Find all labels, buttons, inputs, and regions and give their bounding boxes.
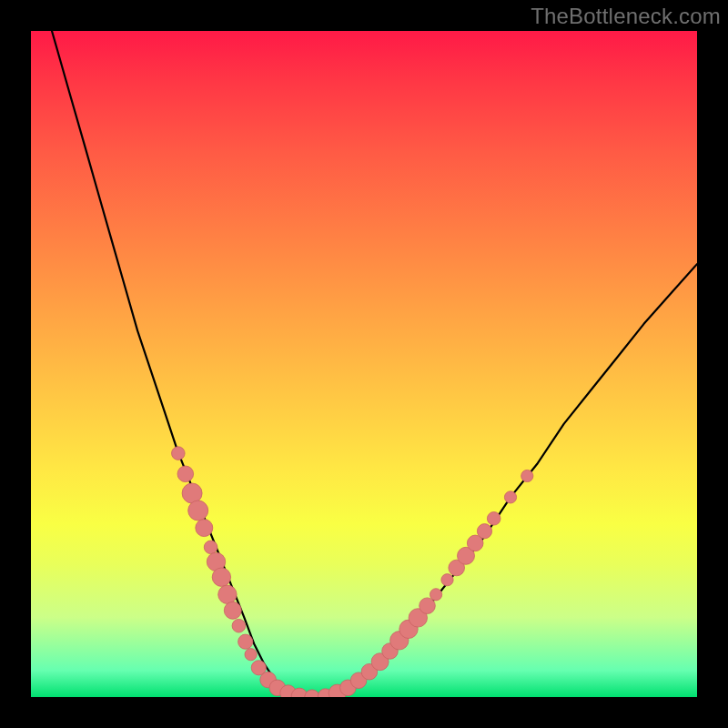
bead-point xyxy=(504,491,516,503)
outer-frame: TheBottleneck.com xyxy=(0,0,728,728)
bead-point xyxy=(224,602,241,619)
bead-point xyxy=(232,619,246,632)
bead-point xyxy=(188,500,208,521)
chart-svg xyxy=(31,31,697,697)
bottleneck-curve xyxy=(31,31,697,697)
bead-point xyxy=(212,568,230,586)
bead-point xyxy=(172,447,186,460)
bead-cluster xyxy=(172,447,533,697)
watermark-text: TheBottleneck.com xyxy=(531,4,721,29)
bead-point xyxy=(196,520,213,537)
bead-point xyxy=(477,524,491,539)
bead-point xyxy=(218,585,237,603)
bead-point xyxy=(430,589,442,601)
plot-area xyxy=(31,31,697,697)
bead-point xyxy=(177,466,194,482)
bead-point xyxy=(420,598,436,614)
bead-point xyxy=(305,690,319,697)
bead-point xyxy=(521,470,533,481)
bead-point xyxy=(245,649,257,661)
bead-point xyxy=(204,541,217,554)
bead-point xyxy=(487,512,500,526)
bead-point xyxy=(441,574,453,586)
bead-point xyxy=(238,634,253,649)
